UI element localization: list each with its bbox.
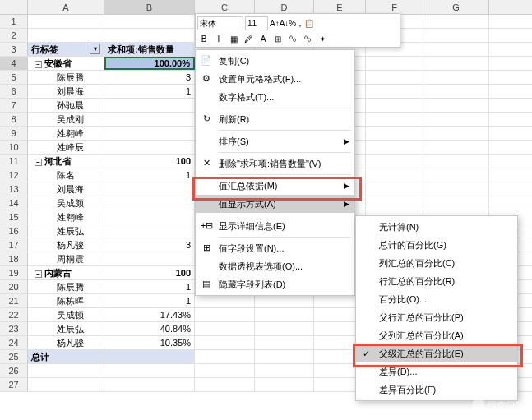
filter-dropdown-icon[interactable]: ▾: [90, 44, 100, 54]
cell-empty[interactable]: [423, 141, 489, 154]
cell-empty[interactable]: [195, 364, 255, 377]
row-header[interactable]: 26: [0, 364, 28, 377]
cell-b[interactable]: 100.00%: [104, 57, 195, 70]
submenu-item[interactable]: 列汇总的百分比(C): [356, 254, 517, 272]
col-header-B[interactable]: B: [104, 0, 195, 14]
cell-empty[interactable]: [423, 168, 489, 182]
toolbar-btn[interactable]: ✦: [316, 33, 329, 46]
row-header[interactable]: 10: [0, 141, 28, 154]
cell-a[interactable]: −河北省: [28, 155, 104, 168]
cell-empty[interactable]: [423, 155, 489, 168]
toolbar-btn[interactable]: ▦: [227, 33, 240, 46]
toolbar-btn[interactable]: ⁰₀: [301, 33, 314, 46]
cell-a[interactable]: 刘晨海: [28, 182, 104, 196]
cell-empty[interactable]: [423, 182, 489, 196]
submenu-item[interactable]: 父行汇总的百分比(P): [356, 308, 517, 326]
row-header[interactable]: 8: [0, 113, 28, 126]
col-header-E[interactable]: E: [314, 0, 366, 14]
cell-a[interactable]: [28, 29, 104, 42]
submenu-item[interactable]: 差异百分比(F): [356, 381, 517, 399]
row-header[interactable]: 16: [0, 224, 28, 238]
cell-a[interactable]: −安徽省: [28, 57, 104, 70]
cell-a[interactable]: 姓辰弘: [28, 322, 104, 335]
menu-item[interactable]: ⊞值字段设置(N)...: [196, 239, 354, 257]
menu-item[interactable]: 📄复制(C): [196, 52, 354, 70]
cell-empty[interactable]: [366, 113, 423, 126]
menu-item[interactable]: 数据透视表选项(O)...: [196, 257, 354, 275]
submenu-item[interactable]: 百分比(O)...: [356, 290, 517, 308]
row-header[interactable]: 19: [0, 266, 28, 279]
toolbar-btn[interactable]: %: [289, 19, 296, 28]
cell-a[interactable]: 姓峰辰: [28, 141, 104, 154]
cell-b[interactable]: 100: [104, 155, 195, 168]
menu-item[interactable]: ▤隐藏字段列表(D): [196, 275, 354, 293]
row-header[interactable]: 25: [0, 350, 28, 363]
cell-empty[interactable]: [423, 127, 489, 140]
cell-empty[interactable]: [195, 294, 255, 307]
cell-b[interactable]: 求和项:销售数量: [104, 43, 195, 56]
submenu-item[interactable]: 无计算(N): [356, 218, 517, 236]
cell-empty[interactable]: [366, 182, 423, 196]
cell-b[interactable]: [104, 15, 195, 28]
cell-empty[interactable]: [423, 85, 489, 98]
cell-empty[interactable]: [255, 336, 314, 349]
row-header[interactable]: 4: [0, 57, 28, 70]
row-header[interactable]: 21: [0, 294, 28, 307]
row-header[interactable]: 13: [0, 182, 28, 196]
toolbar-btn[interactable]: ，: [296, 19, 304, 28]
cell-a[interactable]: 吴成颜: [28, 196, 104, 210]
cell-empty[interactable]: [366, 127, 423, 140]
cell-empty[interactable]: [423, 29, 489, 42]
cell-a[interactable]: 陈栋晖: [28, 294, 104, 307]
menu-item[interactable]: 值显示方式(A)▶: [196, 195, 354, 213]
toolbar-btn[interactable]: ⁰₀: [286, 33, 299, 46]
menu-item[interactable]: ↻刷新(R): [196, 110, 354, 128]
cell-a[interactable]: [28, 364, 104, 377]
toolbar-btn[interactable]: ⊞: [271, 33, 285, 46]
submenu-item[interactable]: 差异(D)...: [356, 362, 517, 381]
cell-empty[interactable]: [195, 336, 255, 349]
submenu-item[interactable]: 父列汇总的百分比(A): [356, 326, 517, 344]
collapse-icon[interactable]: −: [35, 159, 42, 166]
cell-a[interactable]: 周桐震: [28, 252, 104, 265]
cell-b[interactable]: 1: [104, 294, 195, 307]
col-header-C[interactable]: C: [195, 0, 255, 14]
cell-empty[interactable]: [423, 43, 489, 56]
col-header-F[interactable]: F: [366, 0, 423, 14]
font-select[interactable]: [197, 16, 243, 30]
cell-b[interactable]: 40.84%: [104, 322, 195, 335]
cell-empty[interactable]: [366, 57, 423, 70]
row-header[interactable]: 5: [0, 71, 28, 84]
row-header[interactable]: 11: [0, 155, 28, 168]
cell-b[interactable]: [104, 127, 195, 140]
row-header[interactable]: 12: [0, 168, 28, 182]
cell-a[interactable]: [28, 378, 104, 391]
cell-a[interactable]: 吴成刚: [28, 113, 104, 126]
cell-a[interactable]: 总计: [28, 350, 104, 363]
cell-empty[interactable]: [255, 364, 314, 377]
cell-empty[interactable]: [366, 168, 423, 182]
cell-b[interactable]: 3: [104, 71, 195, 84]
menu-item[interactable]: 值汇总依据(M)▶: [196, 177, 354, 195]
cell-a[interactable]: 行标签▾: [28, 43, 104, 56]
cell-a[interactable]: 杨凡骏: [28, 238, 104, 252]
cell-empty[interactable]: [366, 196, 423, 210]
cell-empty[interactable]: [366, 71, 423, 84]
cell-b[interactable]: [104, 29, 195, 42]
cell-empty[interactable]: [195, 322, 255, 335]
cell-empty[interactable]: [255, 308, 314, 321]
cell-a[interactable]: 孙驰晨: [28, 99, 104, 112]
menu-item[interactable]: +⊟显示详细信息(E): [196, 217, 354, 235]
cell-a[interactable]: 姓辰弘: [28, 224, 104, 238]
toolbar-btn[interactable]: A↓: [280, 19, 289, 28]
cell-empty[interactable]: [366, 99, 423, 112]
cell-b[interactable]: 3: [104, 238, 195, 252]
row-header[interactable]: 15: [0, 210, 28, 224]
row-header[interactable]: 3: [0, 43, 28, 56]
cell-b[interactable]: [104, 113, 195, 126]
cell-empty[interactable]: [195, 350, 255, 363]
cell-a[interactable]: −内蒙古: [28, 266, 104, 279]
row-header[interactable]: 27: [0, 378, 28, 391]
cell-b[interactable]: 100: [104, 266, 195, 279]
cell-a[interactable]: 陈名: [28, 168, 104, 182]
